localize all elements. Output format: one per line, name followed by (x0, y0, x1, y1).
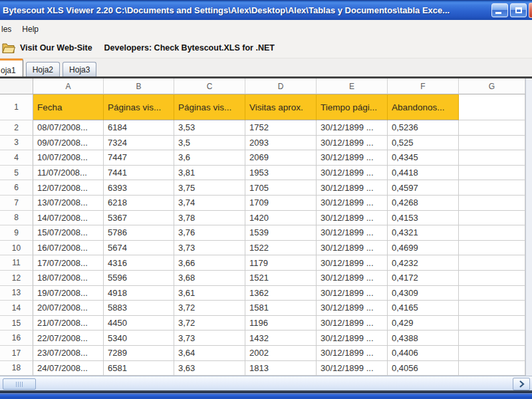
data-cell-E5[interactable]: 30/12/1899 ... (317, 166, 388, 181)
data-cell-F6[interactable]: 0,4597 (388, 180, 459, 196)
row-number-10[interactable]: 10 (0, 241, 33, 256)
data-cell-C7[interactable]: 3,74 (174, 196, 245, 211)
data-cell-A18[interactable]: 24/07/2008... (33, 361, 104, 376)
data-cell-C15[interactable]: 3,72 (174, 316, 245, 331)
data-cell-F18[interactable]: 0,4056 (388, 361, 459, 376)
data-cell-A4[interactable]: 10/07/2008... (33, 150, 104, 166)
data-cell-D11[interactable]: 1179 (245, 255, 317, 271)
data-cell-F5[interactable]: 0,4418 (388, 166, 459, 181)
data-cell-F14[interactable]: 0,4165 (388, 301, 459, 316)
data-cell-G16[interactable] (459, 331, 525, 346)
data-cell-E12[interactable]: 30/12/1899 ... (317, 271, 388, 286)
data-cell-D3[interactable]: 2093 (245, 136, 317, 151)
data-cell-D10[interactable]: 1522 (245, 241, 317, 256)
row-number-7[interactable]: 7 (0, 196, 33, 211)
row-number-6[interactable]: 6 (0, 180, 33, 196)
data-cell-D14[interactable]: 1581 (245, 301, 317, 316)
data-cell-A7[interactable]: 13/07/2008... (33, 196, 104, 211)
data-cell-B6[interactable]: 6393 (104, 180, 174, 196)
column-header-G[interactable]: G (459, 78, 525, 94)
row-number-3[interactable]: 3 (0, 136, 33, 151)
vertical-scrollbar[interactable] (525, 78, 532, 376)
data-cell-G10[interactable] (459, 241, 525, 256)
data-cell-C11[interactable]: 3,66 (174, 255, 245, 271)
row-number-8[interactable]: 8 (0, 211, 33, 226)
data-cell-D16[interactable]: 1432 (245, 331, 317, 346)
data-cell-G15[interactable] (459, 316, 525, 331)
column-header-A[interactable]: A (33, 78, 104, 94)
data-cell-C9[interactable]: 3,76 (174, 225, 245, 241)
data-cell-A16[interactable]: 22/07/2008... (33, 331, 104, 346)
data-cell-E8[interactable]: 30/12/1899 ... (317, 211, 388, 226)
data-cell-E3[interactable]: 30/12/1899 ... (317, 136, 388, 151)
scroll-right-button[interactable] (513, 378, 530, 390)
data-cell-E18[interactable]: 30/12/1899 ... (317, 361, 388, 376)
column-header-D[interactable]: D (245, 78, 317, 94)
menu-item-files[interactable]: les (0, 20, 17, 38)
row-number-2[interactable]: 2 (0, 120, 33, 136)
column-header-B[interactable]: B (104, 78, 174, 94)
header-cell-E1[interactable]: Tiempo pági... (317, 94, 388, 120)
close-button[interactable] (529, 3, 532, 18)
sheet-tab-1[interactable]: oja1 (0, 59, 23, 76)
data-cell-B15[interactable]: 4450 (104, 316, 174, 331)
data-cell-C14[interactable]: 3,72 (174, 301, 245, 316)
data-cell-B8[interactable]: 5367 (104, 211, 174, 226)
data-cell-F7[interactable]: 0,4268 (388, 196, 459, 211)
data-cell-D13[interactable]: 1362 (245, 286, 317, 301)
data-cell-E14[interactable]: 30/12/1899 ... (317, 301, 388, 316)
data-cell-D12[interactable]: 1521 (245, 271, 317, 286)
visit-website-button[interactable]: Visit Our Web-Site (20, 43, 92, 53)
row-number-12[interactable]: 12 (0, 271, 33, 286)
data-cell-A12[interactable]: 18/07/2008... (33, 271, 104, 286)
data-cell-A6[interactable]: 12/07/2008... (33, 180, 104, 196)
row-number-5[interactable]: 5 (0, 166, 33, 181)
data-cell-E4[interactable]: 30/12/1899 ... (317, 150, 388, 166)
data-cell-D5[interactable]: 1953 (245, 166, 317, 181)
data-cell-B13[interactable]: 4918 (104, 286, 174, 301)
row-number-14[interactable]: 14 (0, 301, 33, 316)
data-cell-A10[interactable]: 16/07/2008... (33, 241, 104, 256)
data-cell-G12[interactable] (459, 271, 525, 286)
data-cell-F10[interactable]: 0,4699 (388, 241, 459, 256)
data-cell-F9[interactable]: 0,4321 (388, 225, 459, 241)
data-cell-B5[interactable]: 7441 (104, 166, 174, 181)
data-cell-B7[interactable]: 6218 (104, 196, 174, 211)
data-cell-F3[interactable]: 0,525 (388, 136, 459, 151)
row-number-13[interactable]: 13 (0, 286, 33, 301)
data-cell-E9[interactable]: 30/12/1899 ... (317, 225, 388, 241)
data-cell-A3[interactable]: 09/07/2008... (33, 136, 104, 151)
data-cell-E17[interactable]: 30/12/1899 ... (317, 346, 388, 361)
data-cell-D6[interactable]: 1705 (245, 180, 317, 196)
data-cell-F15[interactable]: 0,429 (388, 316, 459, 331)
data-cell-E6[interactable]: 30/12/1899 ... (317, 180, 388, 196)
data-cell-E2[interactable]: 30/12/1899 ... (317, 120, 388, 136)
data-cell-G8[interactable] (459, 211, 525, 226)
data-cell-G2[interactable] (459, 120, 525, 136)
data-cell-A5[interactable]: 11/07/2008... (33, 166, 104, 181)
data-cell-F11[interactable]: 0,4232 (388, 255, 459, 271)
data-cell-F8[interactable]: 0,4153 (388, 211, 459, 226)
data-cell-G3[interactable] (459, 136, 525, 151)
data-cell-G5[interactable] (459, 166, 525, 181)
developers-link[interactable]: Developers: Check Bytescout.XLS for .NET (104, 43, 275, 53)
data-cell-C5[interactable]: 3,81 (174, 166, 245, 181)
column-header-E[interactable]: E (317, 78, 388, 94)
data-cell-F12[interactable]: 0,4172 (388, 271, 459, 286)
row-number-4[interactable]: 4 (0, 150, 33, 166)
data-cell-G7[interactable] (459, 196, 525, 211)
data-cell-B11[interactable]: 4316 (104, 255, 174, 271)
data-cell-A15[interactable]: 21/07/2008... (33, 316, 104, 331)
data-cell-C2[interactable]: 3,53 (174, 120, 245, 136)
data-cell-C16[interactable]: 3,73 (174, 331, 245, 346)
data-cell-A2[interactable]: 08/07/2008... (33, 120, 104, 136)
data-cell-D17[interactable]: 2002 (245, 346, 317, 361)
data-cell-C17[interactable]: 3,64 (174, 346, 245, 361)
header-cell-D1[interactable]: Visitas aprox. (245, 94, 317, 120)
header-cell-F1[interactable]: Abandonos... (388, 94, 459, 120)
data-cell-G18[interactable] (459, 361, 525, 376)
data-cell-C3[interactable]: 3,5 (174, 136, 245, 151)
data-cell-B9[interactable]: 5786 (104, 225, 174, 241)
minimize-button[interactable] (491, 3, 508, 17)
data-cell-A14[interactable]: 20/07/2008... (33, 301, 104, 316)
